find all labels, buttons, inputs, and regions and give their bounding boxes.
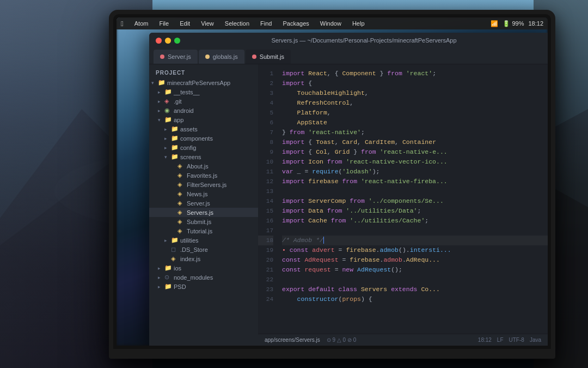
menu-help[interactable]: Help <box>350 19 367 28</box>
code-editor[interactable]: 12345 678910 1112131415 161718 192021222… <box>258 64 548 346</box>
tab-globals-js[interactable]: globals.js <box>199 50 244 64</box>
project-title: Project <box>149 64 258 78</box>
tree-tutorial[interactable]: ◈ Tutorial.js <box>149 226 258 236</box>
battery-status: 🔋 99% <box>503 20 524 27</box>
code-line-24: constructor(props) { <box>282 294 548 304</box>
status-file-path: app/screens/Servers.js <box>265 337 320 343</box>
tree-index[interactable]: ◈ index.js <box>149 254 258 263</box>
tabs-bar: Server.js globals.js Submit.js <box>149 48 548 64</box>
tree-ds-store[interactable]: ◻ .DS_Store <box>149 245 258 254</box>
status-encoding: UTF-8 <box>509 337 524 343</box>
code-line-13 <box>282 186 548 196</box>
menu-edit[interactable]: Edit <box>177 19 192 28</box>
menu-window[interactable]: Window <box>318 19 344 28</box>
menu-selection[interactable]: Selection <box>223 19 252 28</box>
status-line-ending: LF <box>497 337 504 343</box>
tab-dot-globals <box>205 55 210 59</box>
tree-server[interactable]: ◈ Server.js <box>149 198 258 208</box>
code-line-4: RefreshControl, <box>282 98 548 108</box>
code-line-18: /* Admob */ <box>282 236 548 245</box>
tab-dot-server <box>160 55 164 59</box>
tree-psd[interactable]: ▸ 📁 PSD <box>149 282 258 291</box>
menu-atom[interactable]: Atom <box>132 19 151 28</box>
file-tree-sidebar: Project ▾ 📁 minecraftPeServersApp ▸ 📁 __… <box>149 64 258 346</box>
tree-tests[interactable]: ▸ 📁 __tests__ <box>149 87 258 96</box>
tree-servers[interactable]: ◈ Servers.js <box>149 208 258 217</box>
tree-android[interactable]: ▸ ◉ android <box>149 106 258 115</box>
wifi-icon: 📶 <box>491 20 498 27</box>
tree-utilities[interactable]: ▸ 📁 utilities <box>149 236 258 245</box>
code-line-8: import { Toast, Card, CardItem, Containe… <box>282 137 548 147</box>
traffic-lights <box>156 38 180 44</box>
tree-ios[interactable]: ▸ 📁 ios <box>149 263 258 273</box>
apple-menu-icon[interactable]:  <box>121 20 124 28</box>
tree-assets[interactable]: ▸ 📁 assets <box>149 124 258 134</box>
root-folder-name: minecraftPeServersApp <box>167 80 230 86</box>
code-line-9: import { Col, Grid } from 'react-native-… <box>282 147 548 157</box>
maximize-button[interactable] <box>174 38 180 44</box>
tab-label-server: Server.js <box>168 53 191 60</box>
code-line-3: TouchableHighlight, <box>282 88 548 98</box>
code-line-12: import firebase from 'react-native-fireb… <box>282 177 548 186</box>
code-line-20: const AdRequest = firebase.admob.AdRequ.… <box>282 255 548 265</box>
clock: 18:12 <box>528 20 543 27</box>
line-numbers: 12345 678910 1112131415 161718 192021222… <box>258 64 278 334</box>
title-bar: Servers.js — ~/Documents/Personal-Projec… <box>149 33 548 48</box>
code-content: import React, { Component } from 'react'… <box>278 64 548 334</box>
code-line-2: import { <box>282 79 548 88</box>
status-icons: ⊙ 9 △ 0 ⊘ 0 <box>327 337 357 343</box>
code-line-1: import React, { Component } from 'react'… <box>282 69 548 79</box>
tree-news[interactable]: ◈ News.js <box>149 189 258 198</box>
code-line-15: import Data from '../utilities/Data'; <box>282 206 548 216</box>
minimize-button[interactable] <box>165 38 171 44</box>
tab-server-js[interactable]: Server.js <box>154 50 198 64</box>
code-line-22 <box>282 275 548 285</box>
code-line-21: const request = new AdRequest(); <box>282 265 548 275</box>
tree-config[interactable]: ▸ 📁 config <box>149 143 258 152</box>
code-line-7: } from 'react-native'; <box>282 128 548 137</box>
code-line-10: import Icon from 'react-native-vector-ic… <box>282 157 548 167</box>
laptop-screen:  Atom File Edit View Selection Find Pac… <box>117 17 548 346</box>
menu-packages[interactable]: Packages <box>280 19 311 28</box>
tree-app[interactable]: ▾ 📁 app <box>149 115 258 124</box>
tree-components[interactable]: ▸ 📁 components <box>149 134 258 143</box>
code-line-14: import ServerComp from '../components/Se… <box>282 196 548 206</box>
status-right: 18:12 LF UTF-8 Java <box>478 337 541 343</box>
tree-screens[interactable]: ▾ 📁 screens <box>149 152 258 161</box>
menu-find[interactable]: Find <box>258 19 274 28</box>
menubar-right: 📶 🔋 99% 18:12 <box>491 20 543 27</box>
code-line-6: AppState <box>282 118 548 128</box>
status-bar: app/screens/Servers.js ⊙ 9 △ 0 ⊘ 0 18:12… <box>258 334 548 346</box>
menubar:  Atom File Edit View Selection Find Pac… <box>117 17 548 29</box>
code-line-17 <box>282 226 548 236</box>
menu-file[interactable]: File <box>157 19 171 28</box>
editor-window: Servers.js — ~/Documents/Personal-Projec… <box>149 33 548 346</box>
window-title: Servers.js — ~/Documents/Personal-Projec… <box>187 37 541 44</box>
tab-label-globals: globals.js <box>213 53 238 60</box>
code-line-19: • const advert = firebase.admob().inters… <box>282 245 548 255</box>
tree-root[interactable]: ▾ 📁 minecraftPeServersApp <box>149 78 258 87</box>
laptop-bezel:  Atom File Edit View Selection Find Pac… <box>113 14 551 349</box>
tree-git[interactable]: ▸ ◈ .git <box>149 96 258 106</box>
tree-favorites[interactable]: ◈ Favorites.js <box>149 171 258 180</box>
editor-body: Project ▾ 📁 minecraftPeServersApp ▸ 📁 __… <box>149 64 548 346</box>
status-language: Java <box>530 337 541 343</box>
tab-submit-js[interactable]: Submit.js <box>246 50 291 64</box>
code-line-5: Platform, <box>282 108 548 118</box>
tree-submit[interactable]: ◈ Submit.js <box>149 217 258 226</box>
code-line-23: export default class Servers extends Co.… <box>282 285 548 294</box>
tab-label-submit: Submit.js <box>260 53 284 60</box>
laptop-body:  Atom File Edit View Selection Find Pac… <box>109 10 555 359</box>
code-body: 12345 678910 1112131415 161718 192021222… <box>258 64 548 334</box>
tab-dot-submit <box>252 55 256 59</box>
tree-about[interactable]: ◈ About.js <box>149 161 258 171</box>
code-line-16: import Cache from '../utilities/Cache'; <box>282 216 548 226</box>
tree-filterservers[interactable]: ◈ FilterServers.js <box>149 180 258 189</box>
code-line-11: var _ = require('lodash'); <box>282 167 548 177</box>
tree-node-modules[interactable]: ▸ ⊙ node_modules <box>149 273 258 282</box>
close-button[interactable] <box>156 38 162 44</box>
status-time: 18:12 <box>478 337 492 343</box>
menu-view[interactable]: View <box>199 19 216 28</box>
